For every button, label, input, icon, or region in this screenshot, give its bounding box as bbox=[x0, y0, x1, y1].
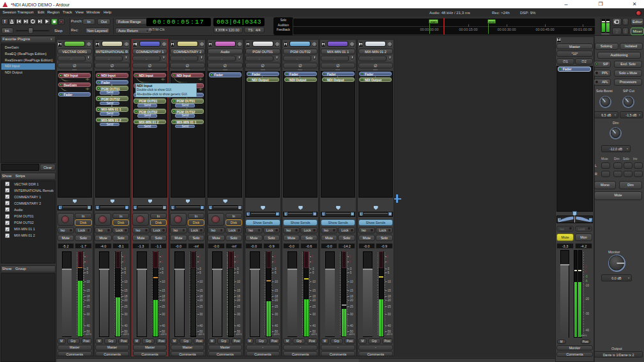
svg-text:!: ! bbox=[4, 19, 6, 24]
